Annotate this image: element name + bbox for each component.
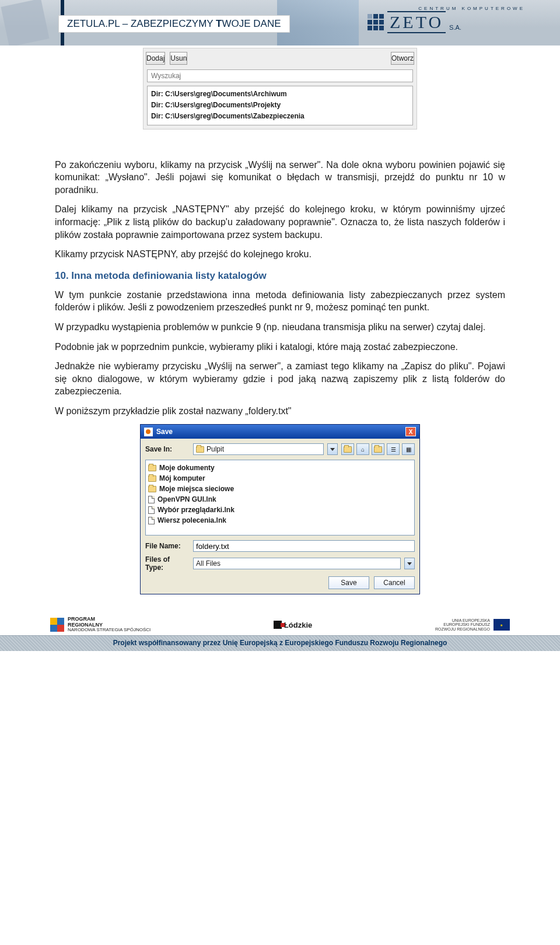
dropdown-button[interactable]	[327, 443, 338, 455]
eu-logo: UNIA EUROPEJSKA EUROPEJSKI FUNDUSZ ROZWO…	[435, 618, 510, 631]
list-item[interactable]: Moje dokumenty	[148, 463, 412, 473]
new-folder-button[interactable]	[372, 443, 384, 455]
list-item[interactable]: Moje miejsca sieciowe	[148, 484, 412, 494]
file-icon	[148, 517, 155, 524]
savein-label: Save In:	[145, 445, 190, 453]
savein-combo[interactable]: Pulpit	[193, 443, 324, 455]
open-button[interactable]: Otworz	[391, 52, 414, 65]
filename-input[interactable]	[193, 540, 415, 552]
filetype-value: All Files	[196, 559, 220, 568]
save-dialog: Save X Save In: Pulpit ⌂ ☰	[140, 424, 420, 594]
list-item[interactable]: OpenVPN GUI.lnk	[148, 494, 412, 505]
banner-title-text: ZETULA.PL – ZABEZPIECZYMY	[67, 18, 216, 29]
region-icon	[274, 621, 282, 629]
eu-flag-icon	[494, 619, 510, 631]
eu-label2: EUROPEJSKI FUNDUSZ	[435, 622, 490, 626]
home-button[interactable]: ⌂	[356, 443, 369, 455]
directory-row[interactable]: Dir: C:\Users\greg\Documents\Zabezpiecze…	[151, 111, 409, 122]
paragraph: W tym punkcie zostanie przedstawiona inn…	[55, 289, 505, 314]
page-footer: PROGRAM REGIONALNY NARODOWA STRATEGIA SP…	[0, 617, 560, 650]
filetype-label: Files of Type:	[145, 555, 190, 572]
new-folder-icon	[374, 446, 382, 453]
dropdown-button[interactable]	[404, 558, 415, 569]
file-icon	[148, 506, 155, 514]
list-item[interactable]: Mój komputer	[148, 473, 412, 484]
folder-icon	[148, 486, 156, 492]
eu-label1: UNIA EUROPEJSKA	[435, 618, 490, 622]
cancel-button[interactable]: Cancel	[374, 576, 415, 589]
banner-title: ZETULA.PL – ZABEZPIECZYMY TWOJE DANE	[58, 15, 290, 33]
footer-bar: Projekt współfinansowany przez Unię Euro…	[0, 635, 560, 651]
paragraph: Po zakończeniu wyboru, klikamy na przyci…	[55, 159, 505, 197]
up-folder-button[interactable]	[341, 443, 354, 455]
dialog-toolbar: ⌂ ☰ ▦	[341, 443, 415, 455]
dialog-titlebar[interactable]: Save X	[141, 425, 419, 439]
banner-title-bold: T	[216, 18, 222, 29]
zeto-tagline: CENTRUM KOMPUTEROWE	[368, 6, 525, 11]
program-logo: PROGRAM REGIONALNY NARODOWA STRATEGIA SP…	[50, 617, 150, 632]
folder-icon	[148, 465, 156, 471]
directory-list[interactable]: Dir: C:\Users\greg\Documents\Archiwum Di…	[147, 86, 413, 125]
paragraph: W przypadku wystąpienia problemów w punk…	[55, 321, 505, 334]
folder-icon	[196, 446, 204, 453]
folder-icon	[148, 475, 156, 482]
java-icon	[144, 428, 153, 436]
paragraph: Klikamy przycisk NASTĘPNY, aby przejść d…	[55, 248, 505, 261]
list-item[interactable]: Wybór przeglądarki.lnk	[148, 505, 412, 515]
page-banner: ZETULA.PL – ZABEZPIECZYMY TWOJE DANE CEN…	[0, 0, 560, 46]
close-button[interactable]: X	[405, 427, 416, 436]
list-item[interactable]: Wiersz polecenia.lnk	[148, 515, 412, 526]
paragraph: Dalej klikamy na przycisk „NASTĘPNY" aby…	[55, 203, 505, 241]
search-input[interactable]	[147, 69, 413, 82]
delete-button[interactable]: Usun	[170, 52, 187, 65]
paragraph: W poniższym przykładzie plik został nazw…	[55, 405, 505, 418]
list-view-button[interactable]: ☰	[387, 443, 400, 455]
dialog-title: Save	[156, 428, 173, 436]
file-list[interactable]: Moje dokumenty Mój komputer Moje miejsca…	[145, 460, 415, 536]
document-content: Po zakończeniu wyboru, klikamy na przyci…	[0, 141, 560, 595]
paragraph: Jednakże nie wybieramy przycisku „Wyślij…	[55, 360, 505, 398]
program-flag-icon	[50, 618, 64, 632]
eu-label3: ROZWOJU REGIONALNEGO	[435, 627, 490, 631]
zeto-logo: CENTRUM KOMPUTEROWE ZETO S.A.	[368, 6, 525, 33]
region-logo: Łódzkie	[274, 621, 312, 629]
program-label3: NARODOWA STRATEGIA SPÓJNOŚCI	[68, 627, 150, 632]
zeto-wordmark: ZETO	[387, 11, 446, 33]
file-icon	[148, 496, 155, 503]
folder-up-icon	[344, 446, 352, 453]
save-button[interactable]: Save	[328, 576, 369, 589]
banner-decoration	[0, 0, 64, 46]
zeto-grid-icon	[368, 14, 384, 30]
savein-value: Pulpit	[206, 445, 224, 453]
directory-row[interactable]: Dir: C:\Users\greg\Documents\Archiwum	[151, 89, 409, 100]
region-label: Łódzkie	[284, 621, 312, 629]
app-toolbar: Dodaj Usun Otworz	[144, 48, 416, 68]
detail-view-button[interactable]: ▦	[402, 443, 415, 455]
app-panel: Dodaj Usun Otworz Dir: C:\Users\greg\Doc…	[143, 48, 417, 130]
add-button[interactable]: Dodaj	[146, 52, 165, 65]
paragraph: Podobnie jak w poprzednim punkcie, wybie…	[55, 341, 505, 354]
zeto-sa: S.A.	[449, 24, 461, 33]
filename-label: File Name:	[145, 542, 190, 550]
section-heading: 10. Inna metoda definiowania listy katal…	[55, 270, 505, 282]
banner-title-suffix: WOJE DANE	[222, 18, 281, 29]
directory-row[interactable]: Dir: C:\Users\greg\Documents\Projekty	[151, 100, 409, 111]
filetype-combo[interactable]: All Files	[193, 558, 401, 569]
